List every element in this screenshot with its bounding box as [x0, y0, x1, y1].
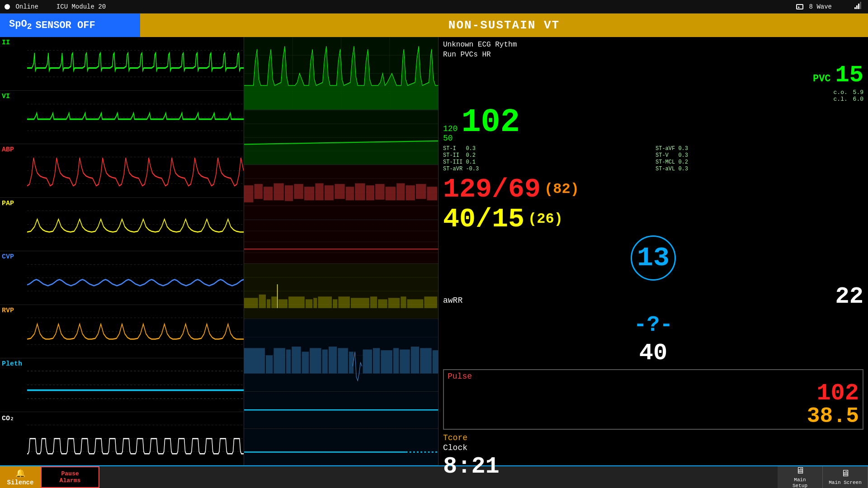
wave-label-VI: VI [2, 93, 10, 100]
svg-rect-100 [274, 348, 285, 373]
trend-row-ECG [244, 37, 438, 110]
svg-rect-1 [856, 5, 858, 9]
trend-row-PAP [244, 220, 438, 264]
svg-rect-98 [244, 348, 265, 373]
main-screen-icon: 🖥 [841, 468, 850, 479]
wave-label-RVP: RVP [2, 307, 14, 314]
cvp-value: 13 [631, 235, 676, 281]
main-content: II VI [0, 37, 868, 465]
main-screen-button[interactable]: 🖥 Main Screen [823, 466, 868, 488]
wave-row-PAP: PAP [0, 198, 244, 252]
svg-rect-105 [322, 349, 328, 373]
main-setup-icon: 🖥 [796, 465, 805, 476]
wave-row-ABP: ABP [0, 144, 244, 198]
wave-canvas-VI [27, 91, 244, 144]
svg-rect-60 [375, 184, 384, 200]
main-setup-button[interactable]: 🖥 MainSetup [778, 466, 823, 488]
svg-rect-113 [400, 349, 410, 373]
svg-rect-49 [264, 187, 273, 200]
svg-rect-108 [349, 352, 354, 373]
svg-rect-90 [388, 298, 400, 308]
svg-rect-119 [244, 429, 438, 465]
svg-rect-75 [244, 298, 258, 308]
svg-rect-77 [267, 299, 270, 308]
hr-block: 120 50 102 [443, 106, 863, 144]
svg-rect-53 [304, 187, 314, 200]
abp-block: 129/69 (82) [443, 176, 863, 203]
wave-canvas-CVP [27, 251, 244, 305]
ecg-rhythm-line2: Run PVCs HR [443, 50, 863, 60]
tcore-label: Tcore [443, 433, 863, 442]
pvc-value: 15 [835, 64, 863, 87]
rvp-question: -?- [634, 313, 673, 337]
wave-row-RVP: RVP [0, 305, 244, 359]
top-wave: ▶ 8 Wave [796, 3, 832, 10]
svg-rect-78 [271, 296, 277, 308]
spo2-status: SENSOR OFF [36, 20, 95, 31]
svg-rect-110 [373, 348, 380, 373]
svg-marker-41 [244, 141, 438, 164]
svg-rect-103 [302, 352, 309, 373]
svg-rect-58 [355, 183, 365, 201]
pvc-label: PVC [813, 73, 831, 84]
wave-row-CVP: CVP [0, 251, 244, 305]
wave-label-II: II [2, 39, 10, 47]
wave-row-Pleth: Pleth [0, 358, 244, 412]
wave-label-Pleth: Pleth [2, 360, 22, 368]
co-cl-block: c.o. 5.9 c.l. 6.0 [443, 89, 863, 103]
rvp-question-block: -?- [443, 313, 863, 337]
hr-limits: 120 50 [443, 124, 458, 144]
st-values-grid: ST-I 0.3 ST-aVF 0.3 ST-II 0.2 ST-V 0.3 S… [443, 145, 863, 172]
wave-canvas-ABP [27, 144, 244, 197]
st-MCL: ST-MCL 0.2 [656, 159, 863, 165]
silence-label: Silence [7, 479, 34, 486]
svg-rect-62 [396, 183, 405, 201]
main-setup-label: MainSetup [793, 477, 807, 488]
svg-rect-80 [278, 299, 288, 308]
rvp-value-block: 40 [443, 340, 863, 366]
st-III: ST-III 0.1 [443, 159, 651, 165]
svg-rect-88 [370, 296, 377, 308]
svg-rect-83 [313, 298, 317, 308]
spo2-alert: SpO2 SENSOR OFF [0, 14, 140, 37]
awrr-value: 22 [835, 283, 863, 310]
svg-rect-65 [427, 187, 437, 200]
svg-rect-86 [338, 296, 350, 308]
spo2-label: SpO2 [9, 19, 32, 32]
alert-bar: SpO2 SENSOR OFF NON-SUSTAIN VT [0, 14, 868, 37]
st-aVL: ST-aVL 0.3 [656, 166, 863, 172]
pap-mean: (26) [528, 211, 563, 227]
st-V: ST-V 0.3 [656, 152, 863, 159]
silence-button[interactable]: 🔔 Silence [0, 466, 41, 488]
st-aVF: ST-aVF 0.3 [656, 145, 863, 152]
svg-rect-116 [433, 350, 438, 373]
svg-rect-64 [416, 184, 426, 199]
numerics-panel: Unknown ECG Rythm Run PVCs HR PVC 15 c.o… [439, 37, 868, 465]
awrr-block: awRR 22 [443, 283, 863, 310]
svg-rect-63 [406, 185, 415, 200]
signal-icon [854, 2, 863, 11]
wave-label-ABP: ABP [2, 146, 14, 154]
pause-alarms-button[interactable]: PauseAlarms [41, 466, 99, 488]
wave-canvas-Pleth [27, 358, 244, 412]
trend-row-Pleth [244, 392, 438, 428]
top-status-bar: Online ICU Module 20 Client: Unknown ▶ 8… [0, 0, 868, 14]
svg-rect-3 [860, 2, 861, 9]
pulse-label: Pulse [448, 372, 859, 381]
svg-rect-59 [366, 185, 374, 200]
svg-rect-84 [318, 296, 332, 308]
svg-rect-89 [378, 299, 387, 308]
pulse-temp: 38.5 [807, 405, 859, 427]
abp-value: 129/69 [443, 176, 541, 203]
svg-rect-106 [329, 347, 337, 373]
svg-rect-92 [407, 299, 424, 308]
cl-value: c.l. 6.0 [834, 96, 863, 103]
right-trend-panel [244, 37, 439, 465]
wave-row-II: II [0, 37, 244, 91]
svg-rect-55 [325, 185, 334, 200]
online-icon [5, 4, 10, 9]
clock-label: Clock [443, 443, 863, 452]
pap-block: 40/15 (26) [443, 206, 863, 233]
trend-row-RVP [244, 319, 438, 392]
wave-canvas-II [27, 37, 244, 90]
